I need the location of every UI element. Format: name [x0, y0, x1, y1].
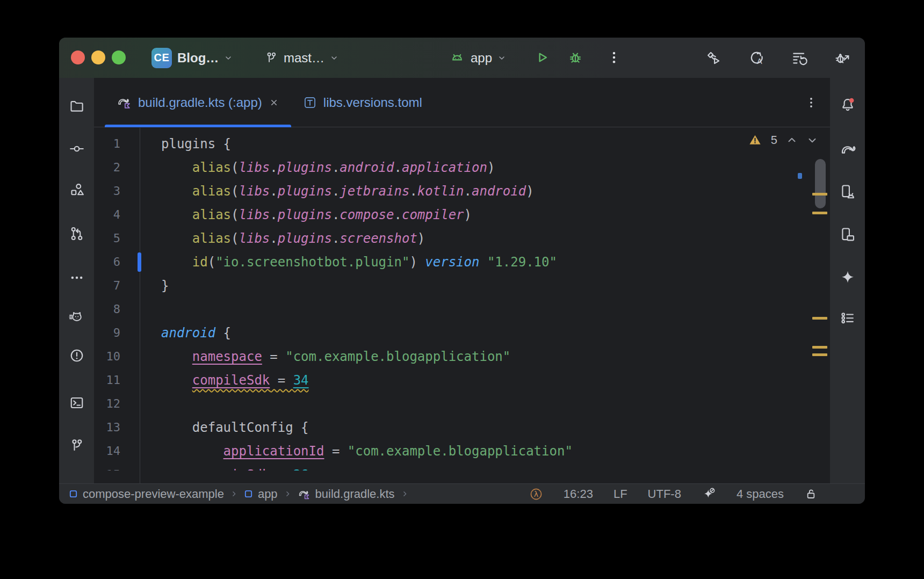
stripe-warning-mark[interactable] [812, 353, 827, 356]
apply-code-changes-icon[interactable]: A [748, 49, 765, 67]
svg-text:λ: λ [534, 489, 538, 498]
line-number[interactable]: 6 [94, 250, 140, 274]
sync-gradle-icon[interactable] [791, 49, 808, 67]
line-number[interactable]: 13 [94, 416, 140, 439]
dashing-cat-icon[interactable] [69, 309, 85, 325]
code-text: namespace = "com.example.blogapplication… [140, 345, 510, 368]
close-tab-icon[interactable] [269, 97, 279, 108]
line-separator-widget[interactable]: LF [613, 487, 627, 501]
line-number[interactable]: 3 [94, 179, 140, 203]
structure-list-icon[interactable] [839, 310, 856, 327]
line-number[interactable]: 14 [94, 439, 140, 463]
desktop: { "titlebar": { "project_badge": "CE", "… [0, 0, 924, 579]
code-line[interactable]: 12 [94, 392, 812, 416]
line-number[interactable]: 2 [94, 156, 140, 179]
code-line[interactable]: 8 [94, 298, 812, 321]
line-number[interactable]: 15 [94, 463, 140, 471]
code-line[interactable]: 9android { [94, 321, 812, 345]
vcs-branch-widget[interactable]: mast… [264, 38, 338, 78]
indent-widget[interactable]: 4 spaces [737, 487, 784, 501]
stripe-warning-mark[interactable] [812, 317, 827, 320]
commit-icon[interactable] [69, 141, 85, 157]
breadcrumb-project[interactable]: compose-preview-example [69, 487, 224, 501]
project-folder-icon[interactable] [69, 98, 85, 114]
tab-build-gradle-kts[interactable]: build.gradle.kts (:app) [105, 78, 291, 127]
caret-position-widget[interactable]: 16:23 [564, 487, 593, 501]
scrollbar-thumb[interactable] [815, 159, 826, 208]
breadcrumb-module[interactable]: app [244, 487, 278, 501]
stripe-warning-mark[interactable] [812, 193, 827, 196]
ide-window: CE Blog… mast… app A [59, 38, 865, 504]
code-line[interactable]: 1plugins { [94, 132, 812, 156]
version-control-icon[interactable] [69, 438, 85, 454]
terminal-icon[interactable] [69, 395, 85, 411]
code-line[interactable]: 3 alias(libs.plugins.jetbrains.kotlin.an… [94, 179, 812, 203]
code-line[interactable]: 14 applicationId = "com.example.blogappl… [94, 439, 812, 463]
line-number[interactable]: 8 [94, 298, 140, 321]
ai-assistant-off-icon[interactable] [702, 487, 716, 501]
lambda-icon[interactable]: λ [529, 487, 543, 501]
code-line[interactable]: 15 minSdk = 26 [94, 463, 812, 471]
notifications-icon[interactable] [839, 96, 856, 113]
code-line[interactable]: 11 compileSdk = 34 [94, 368, 812, 392]
run-configuration-widget[interactable]: app [449, 38, 506, 78]
gemini-star-icon[interactable] [839, 269, 856, 286]
code-line[interactable]: 10 namespace = "com.example.blogapplicat… [94, 345, 812, 368]
tab-libs-versions-toml[interactable]: libs.versions.toml [291, 78, 434, 127]
android-icon [449, 50, 465, 66]
chevron-right-icon [401, 490, 408, 497]
encoding-widget[interactable]: UTF-8 [648, 487, 681, 501]
code-line[interactable]: 13 defaultConfig { [94, 416, 812, 439]
project-icon: CE [151, 48, 172, 68]
line-number[interactable]: 7 [94, 274, 140, 298]
line-number[interactable]: 10 [94, 345, 140, 368]
code-text: id("io.screenshotbot.plugin") version "1… [140, 250, 557, 274]
ide-body: build.gradle.kts (:app) libs.versions.to… [59, 78, 865, 483]
git-branch-icon [264, 51, 278, 65]
scrollbar-vcs-mark[interactable] [798, 173, 802, 179]
code-line[interactable]: 6 id("io.screenshotbot.plugin") version … [94, 250, 812, 274]
problems-icon[interactable] [69, 348, 85, 364]
toml-file-icon [303, 96, 317, 110]
debug-button[interactable] [567, 49, 583, 66]
line-number[interactable]: 11 [94, 368, 140, 392]
more-actions-kebab-icon[interactable] [606, 49, 622, 66]
code-line[interactable]: 4 alias(libs.plugins.compose.compiler) [94, 203, 812, 227]
code-line[interactable]: 2 alias(libs.plugins.android.application… [94, 156, 812, 179]
tab-label: libs.versions.toml [323, 95, 422, 110]
code-line[interactable]: 7} [94, 274, 812, 298]
more-tool-windows-icon[interactable] [69, 270, 85, 286]
build-and-run-icon[interactable] [705, 49, 722, 67]
tab-list-kebab-icon[interactable] [804, 96, 818, 110]
unlock-icon[interactable] [804, 487, 818, 501]
device-manager-icon[interactable] [839, 183, 856, 200]
stripe-warning-mark[interactable] [812, 346, 827, 349]
attach-debugger-icon[interactable] [834, 49, 851, 67]
code-viewport[interactable]: 1plugins {2 alias(libs.plugins.android.a… [94, 131, 812, 471]
close-window-button[interactable] [71, 50, 85, 64]
branch-name: mast… [284, 50, 324, 66]
line-number[interactable]: 4 [94, 203, 140, 227]
stripe-warning-mark[interactable] [812, 212, 827, 214]
minimize-window-button[interactable] [91, 50, 105, 64]
run-button[interactable] [534, 49, 550, 66]
bug-icon [567, 49, 583, 66]
structure-icon[interactable] [69, 182, 85, 198]
breadcrumb-file[interactable]: build.gradle.kts [298, 487, 395, 501]
project-widget[interactable]: CE Blog… [151, 38, 233, 78]
running-devices-icon[interactable] [839, 226, 856, 243]
code-text: compileSdk = 34 [140, 368, 309, 392]
chevron-down-icon [497, 54, 506, 62]
line-number[interactable]: 12 [94, 392, 140, 416]
line-number[interactable]: 9 [94, 321, 140, 345]
code-text: android { [140, 321, 231, 345]
code-line[interactable]: 5 alias(libs.plugins.screenshot) [94, 227, 812, 250]
gradle-icon[interactable] [839, 141, 856, 158]
pull-requests-icon[interactable] [69, 226, 85, 242]
line-number[interactable]: 5 [94, 227, 140, 250]
titlebar: CE Blog… mast… app A [59, 38, 865, 78]
code-text: } [140, 274, 169, 298]
zoom-window-button[interactable] [112, 50, 126, 64]
gradle-kotlin-file-icon [298, 488, 311, 501]
line-number[interactable]: 1 [94, 132, 140, 156]
